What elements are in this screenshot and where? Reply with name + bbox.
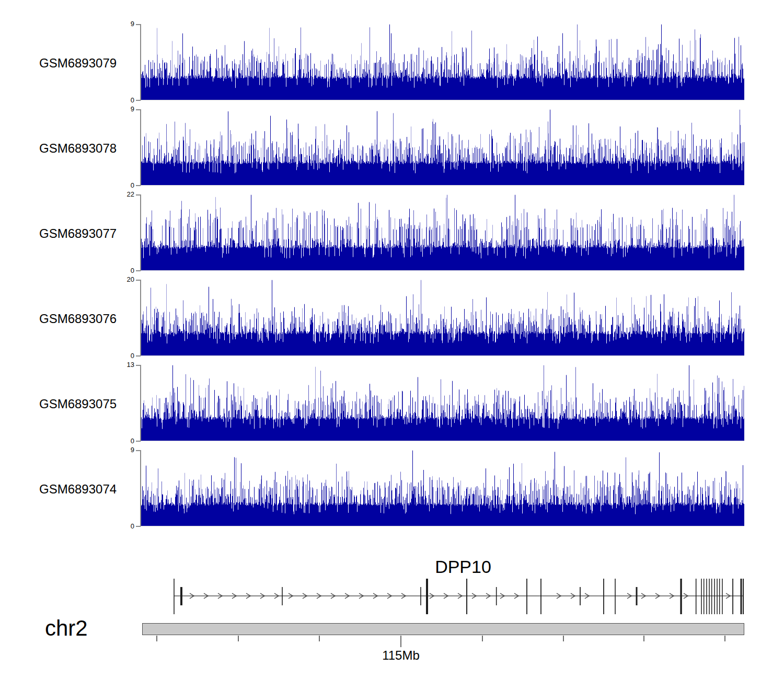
track-row: GSM6893076 20 0 (0, 280, 784, 356)
coverage-signal (141, 24, 744, 100)
track-label: GSM6893074 (39, 482, 117, 496)
ruler-tick (482, 636, 483, 641)
track-label: GSM6893076 (39, 312, 117, 326)
track-row: GSM6893077 22 0 (0, 194, 784, 271)
y-axis-tick-bottom (136, 185, 141, 186)
y-axis-max-label: 9 (109, 106, 134, 113)
coverage-signal (141, 365, 744, 441)
chromosome-bar (142, 623, 744, 635)
y-axis-min-label: 0 (109, 438, 134, 445)
y-axis-max-label: 9 (109, 446, 134, 454)
track-label: GSM6893079 (39, 56, 117, 70)
coverage-signal (141, 109, 744, 186)
y-axis-tick-top (136, 365, 141, 366)
ruler-tick (156, 636, 157, 641)
y-axis-max-label: 13 (109, 361, 134, 369)
y-axis-tick-bottom (136, 355, 141, 356)
ruler-tick (724, 636, 725, 641)
y-axis-tick-top (136, 450, 141, 451)
y-axis-tick-top (136, 24, 141, 25)
ruler-tick (643, 636, 644, 641)
ruler-tick (400, 636, 401, 647)
y-axis-max-label: 9 (109, 20, 134, 28)
track-row: GSM6893074 9 0 (0, 450, 784, 526)
track-label: GSM6893077 (39, 227, 117, 240)
y-axis-tick-bottom (136, 100, 141, 101)
ruler-tick (238, 636, 239, 641)
ruler-tick-label: 115Mb (364, 649, 437, 662)
y-axis-min-label: 0 (109, 97, 134, 104)
y-axis-tick-top (136, 109, 141, 110)
genome-browser-figure: GSM6893079 9 0 GSM6893078 9 0 GSM6893077… (0, 0, 784, 690)
y-axis-min-label: 0 (109, 182, 134, 189)
track-label: GSM6893075 (39, 397, 117, 411)
coverage-signal (141, 450, 744, 526)
y-axis-min-label: 0 (109, 352, 134, 360)
y-axis-max-label: 20 (109, 276, 134, 283)
y-axis-tick-top (136, 194, 141, 196)
track-row: GSM6893079 9 0 (0, 24, 784, 100)
coverage-signal (141, 280, 744, 356)
y-axis-tick-bottom (136, 526, 141, 527)
y-axis-tick-bottom (136, 441, 141, 442)
chromosome-label: chr2 (45, 617, 88, 640)
track-label: GSM6893078 (39, 142, 117, 155)
y-axis-tick-bottom (136, 270, 141, 271)
ruler-tick (319, 636, 320, 641)
y-axis-min-label: 0 (109, 267, 134, 274)
coverage-signal (141, 194, 744, 271)
track-row: GSM6893075 13 0 (0, 365, 784, 441)
y-axis-max-label: 22 (109, 191, 134, 198)
gene-model (140, 553, 746, 617)
ruler-tick (563, 636, 564, 641)
y-axis-tick-top (136, 280, 141, 281)
track-row: GSM6893078 9 0 (0, 109, 784, 186)
y-axis-min-label: 0 (109, 523, 134, 530)
